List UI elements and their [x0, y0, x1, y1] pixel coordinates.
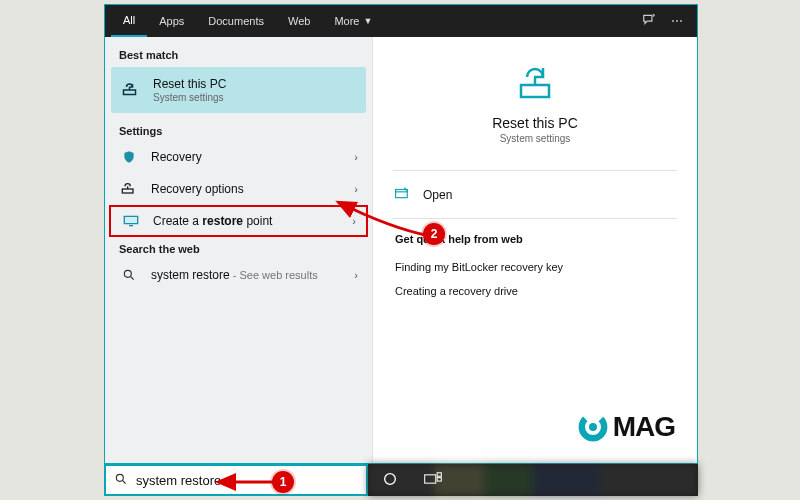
svg-rect-12	[425, 474, 436, 482]
svg-rect-3	[125, 217, 137, 223]
result-web-search[interactable]: system restore - See web results ›	[105, 259, 372, 291]
open-icon	[395, 187, 413, 202]
divider	[393, 170, 677, 171]
svg-rect-1	[122, 189, 133, 193]
svg-point-5	[124, 270, 131, 277]
search-icon	[119, 267, 139, 283]
quick-link-recovery-drive[interactable]: Creating a recovery drive	[373, 279, 697, 303]
reset-icon	[119, 181, 139, 197]
chevron-right-icon: ›	[354, 269, 358, 281]
divider	[393, 218, 677, 219]
best-match-label: Best match	[105, 43, 372, 65]
svg-rect-13	[437, 472, 441, 475]
more-options-icon[interactable]: ⋯	[663, 14, 691, 28]
chevron-right-icon: ›	[354, 151, 358, 163]
quick-help-heading: Get quick help from web	[373, 233, 697, 249]
result-create-restore-point[interactable]: Create a restore point ›	[109, 205, 368, 237]
shield-refresh-icon	[119, 149, 139, 165]
svg-point-9	[589, 423, 597, 431]
taskbar-buttons	[368, 464, 698, 496]
reset-pc-large-icon	[515, 63, 555, 103]
web-search-text: system restore - See web results	[151, 268, 354, 282]
quick-link-bitlocker[interactable]: Finding my BitLocker recovery key	[373, 255, 697, 279]
watermark-logo: MAG	[577, 411, 675, 443]
tab-apps[interactable]: Apps	[147, 5, 196, 37]
best-match-item[interactable]: Reset this PC System settings	[111, 67, 366, 113]
open-action[interactable]: Open	[373, 177, 697, 212]
preview-hero: Reset this PC System settings	[373, 37, 697, 164]
result-recovery[interactable]: Recovery ›	[105, 141, 372, 173]
reset-pc-icon	[121, 82, 141, 98]
chevron-down-icon: ▼	[363, 16, 372, 26]
preview-panel: Reset this PC System settings Open Get q…	[373, 37, 697, 463]
start-search-popup: All Apps Documents Web More ▼ ⋯ Best mat…	[104, 4, 698, 464]
chevron-right-icon: ›	[352, 215, 356, 227]
result-recovery-options[interactable]: Recovery options ›	[105, 173, 372, 205]
tab-documents[interactable]: Documents	[196, 5, 276, 37]
search-input[interactable]	[136, 473, 358, 488]
tab-all[interactable]: All	[111, 5, 147, 37]
settings-label: Settings	[105, 119, 372, 141]
tab-more-label: More	[334, 15, 359, 27]
svg-point-11	[385, 473, 396, 484]
best-match-text: Reset this PC System settings	[153, 77, 356, 103]
task-view-icon[interactable]	[424, 472, 442, 489]
svg-rect-14	[437, 477, 441, 480]
chevron-right-icon: ›	[354, 183, 358, 195]
tab-bar: All Apps Documents Web More ▼ ⋯	[105, 5, 697, 37]
logo-text: MAG	[613, 411, 675, 443]
preview-subtitle: System settings	[383, 133, 687, 144]
svg-rect-6	[521, 85, 549, 97]
restore-point-label: Create a restore point	[153, 214, 352, 228]
taskbar-search[interactable]	[104, 464, 368, 496]
results-panel: Best match Reset this PC System settings…	[105, 37, 373, 463]
cortana-icon[interactable]	[382, 471, 398, 490]
feedback-icon[interactable]	[635, 13, 663, 30]
annotation-badge-2: 2	[423, 223, 445, 245]
monitor-icon	[121, 213, 141, 229]
annotation-badge-1: 1	[272, 471, 294, 493]
svg-rect-7	[396, 190, 408, 198]
svg-point-10	[116, 474, 123, 481]
search-icon	[114, 472, 128, 489]
preview-title: Reset this PC	[383, 115, 687, 131]
svg-rect-4	[129, 225, 133, 226]
svg-rect-0	[124, 90, 136, 95]
open-label: Open	[423, 188, 452, 202]
search-web-label: Search the web	[105, 237, 372, 259]
tab-more[interactable]: More ▼	[322, 5, 384, 37]
tab-web[interactable]: Web	[276, 5, 322, 37]
taskbar	[104, 464, 698, 496]
logo-c-icon	[577, 411, 609, 443]
